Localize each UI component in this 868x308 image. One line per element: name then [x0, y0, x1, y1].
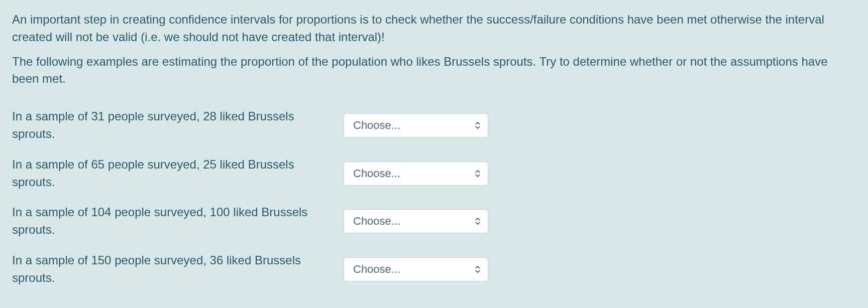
questions-block: In a sample of 31 people surveyed, 28 li…	[12, 108, 856, 286]
select-value: Choose...	[353, 117, 400, 133]
select-value: Choose...	[353, 166, 400, 182]
question-text: In a sample of 104 people surveyed, 100 …	[12, 204, 344, 239]
question-text: In a sample of 65 people surveyed, 25 li…	[12, 156, 344, 191]
question-text: In a sample of 150 people surveyed, 36 l…	[12, 252, 344, 287]
question-row: In a sample of 104 people surveyed, 100 …	[12, 204, 856, 239]
question-row: In a sample of 65 people surveyed, 25 li…	[12, 156, 856, 191]
select-value: Choose...	[353, 261, 400, 277]
answer-select[interactable]: Choose...	[344, 209, 488, 233]
answer-select[interactable]: Choose...	[344, 113, 488, 137]
question-row: In a sample of 31 people surveyed, 28 li…	[12, 108, 856, 143]
question-text: In a sample of 31 people surveyed, 28 li…	[12, 108, 344, 143]
intro-paragraph-2: The following examples are estimating th…	[12, 53, 856, 88]
answer-select[interactable]: Choose...	[344, 257, 488, 281]
select-value: Choose...	[353, 213, 400, 229]
answer-select[interactable]: Choose...	[344, 162, 488, 186]
intro-block: An important step in creating confidence…	[12, 11, 856, 88]
question-row: In a sample of 150 people surveyed, 36 l…	[12, 252, 856, 287]
intro-paragraph-1: An important step in creating confidence…	[12, 11, 856, 46]
